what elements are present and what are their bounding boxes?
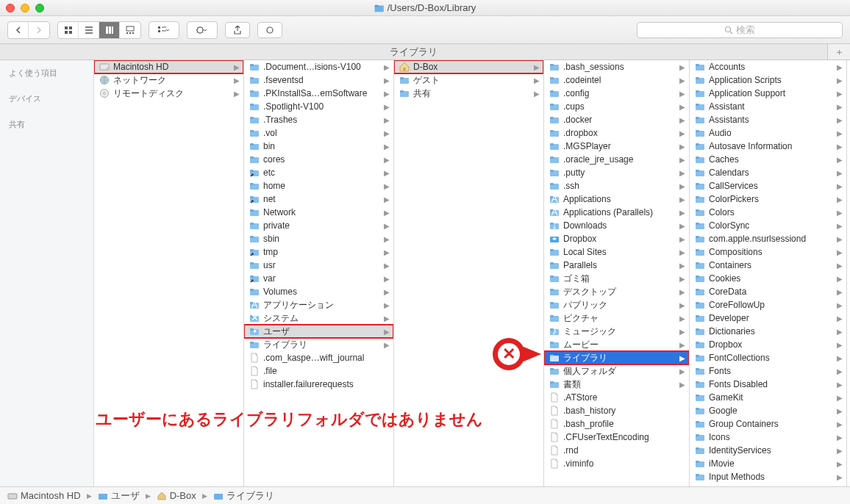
list-item[interactable]: installer.failurerequests (244, 378, 393, 391)
list-item[interactable]: CoreData▶ (690, 285, 846, 298)
list-item[interactable]: ♪ミュージック▶ (544, 325, 689, 338)
forward-button[interactable] (29, 22, 49, 38)
list-item[interactable]: cores▶ (244, 153, 393, 166)
list-item[interactable]: ゲスト▶ (394, 73, 543, 87)
list-item[interactable]: usr▶ (244, 259, 393, 272)
list-item[interactable]: ゴミ箱▶ (544, 272, 689, 285)
column-3[interactable]: .bash_sessions▶.codeintel▶.config▶.cups▶… (544, 60, 690, 486)
path-seg-0[interactable]: Macintosh HD (21, 490, 81, 501)
icon-view-button[interactable] (58, 22, 79, 38)
list-item[interactable]: Volumes▶ (244, 285, 393, 298)
path-seg-2[interactable]: D-Box (170, 490, 196, 501)
list-item[interactable]: .ATStore (544, 391, 689, 404)
list-item[interactable]: home▶ (244, 179, 393, 192)
list-item[interactable]: ピクチャ▶ (544, 312, 689, 325)
path-seg-3[interactable]: ライブラリ (226, 489, 274, 503)
list-item[interactable]: Parallels▶ (544, 259, 689, 272)
list-item[interactable]: com.apple.nsurlsessiond▶ (690, 232, 846, 245)
list-item[interactable]: Cookies▶ (690, 272, 846, 285)
list-item[interactable]: .CFUserTextEncoding (544, 431, 689, 444)
list-item[interactable]: Dropbox▶ (544, 232, 689, 245)
list-view-button[interactable] (79, 22, 99, 38)
share-button[interactable] (225, 22, 250, 38)
list-item[interactable]: .bash_profile (544, 417, 689, 431)
list-item[interactable]: .vol▶ (244, 126, 393, 140)
list-item[interactable]: Developer▶ (690, 312, 846, 325)
list-item[interactable]: ColorSync▶ (690, 219, 846, 232)
path-seg-1[interactable]: ユーザ (111, 489, 140, 503)
list-item[interactable]: .docker▶ (544, 113, 689, 126)
list-item[interactable]: D-Box▶ (394, 60, 543, 73)
zoom-window[interactable] (35, 4, 44, 12)
list-item[interactable]: .Trashes▶ (244, 113, 393, 126)
list-item[interactable]: Assistant▶ (690, 100, 846, 113)
list-item[interactable]: private▶ (244, 219, 393, 232)
list-item[interactable]: パブリック▶ (544, 298, 689, 312)
list-item[interactable]: Colors▶ (690, 206, 846, 219)
list-item[interactable]: tmp▶ (244, 245, 393, 259)
list-item[interactable]: var▶ (244, 272, 393, 285)
list-item[interactable]: iMovie▶ (690, 457, 846, 470)
list-item[interactable]: Caches▶ (690, 153, 846, 166)
list-item[interactable]: .bash_history (544, 404, 689, 417)
list-item[interactable]: Calendars▶ (690, 166, 846, 179)
list-item[interactable]: .bash_sessions▶ (544, 60, 689, 73)
list-item[interactable]: AApplications▶ (544, 192, 689, 206)
list-item[interactable]: ColorPickers▶ (690, 192, 846, 206)
list-item[interactable]: FontCollections▶ (690, 351, 846, 364)
list-item[interactable]: .Document…isions-V100▶ (244, 60, 393, 73)
list-item[interactable]: bin▶ (244, 140, 393, 153)
list-item[interactable]: Fonts▶ (690, 364, 846, 378)
list-item[interactable]: .ssh▶ (544, 179, 689, 192)
list-item[interactable]: .MGSPlayer▶ (544, 140, 689, 153)
arrange-button[interactable] (149, 22, 179, 38)
list-item[interactable]: ↓Downloads▶ (544, 219, 689, 232)
list-item[interactable]: Fonts Disabled▶ (690, 378, 846, 391)
list-item[interactable]: ムービー▶ (544, 338, 689, 351)
list-item[interactable]: Input Methods▶ (690, 470, 846, 483)
list-item[interactable]: .PKInstallSa…emSoftware▶ (244, 87, 393, 100)
list-item[interactable]: .Spotlight-V100▶ (244, 100, 393, 113)
list-item[interactable]: etc▶ (244, 166, 393, 179)
list-item[interactable]: IdentityServices▶ (690, 444, 846, 457)
tags-button[interactable] (257, 22, 282, 38)
back-button[interactable] (8, 22, 29, 38)
list-item[interactable]: ✕システム▶ (244, 312, 393, 325)
list-item[interactable]: Google▶ (690, 404, 846, 417)
list-item[interactable]: Dropbox▶ (690, 338, 846, 351)
list-item[interactable]: CoreFollowUp▶ (690, 298, 846, 312)
list-item[interactable]: Dictionaries▶ (690, 325, 846, 338)
list-item[interactable]: Icons▶ (690, 431, 846, 444)
list-item[interactable]: Local Sites▶ (544, 245, 689, 259)
list-item[interactable]: Accounts▶ (690, 60, 846, 73)
list-item[interactable]: 書類▶ (544, 378, 689, 391)
list-item[interactable]: Assistants▶ (690, 113, 846, 126)
list-item[interactable]: .viminfo (544, 457, 689, 470)
list-item[interactable]: .dropbox▶ (544, 126, 689, 140)
tab-library[interactable]: ライブラリ (0, 44, 828, 60)
list-item[interactable]: Containers▶ (690, 259, 846, 272)
list-item[interactable]: .oracle_jre_usage▶ (544, 153, 689, 166)
column-4[interactable]: Accounts▶Application Scripts▶Application… (690, 60, 847, 486)
list-item[interactable]: Macintosh HD▶ (94, 60, 243, 73)
list-item[interactable]: GameKit▶ (690, 391, 846, 404)
column-view-button[interactable] (99, 22, 120, 38)
list-item[interactable]: ネットワーク▶ (94, 73, 243, 87)
list-item[interactable]: AApplications (Parallels)▶ (544, 206, 689, 219)
list-item[interactable]: .fseventsd▶ (244, 73, 393, 87)
list-item[interactable]: ⦁ユーザ▶ (244, 325, 393, 338)
list-item[interactable]: ライブラリ▶ (244, 338, 393, 351)
action-button[interactable] (188, 22, 217, 38)
close-window[interactable] (6, 4, 15, 12)
list-item[interactable]: Group Containers▶ (690, 417, 846, 431)
list-item[interactable]: Network▶ (244, 206, 393, 219)
list-item[interactable]: Application Support▶ (690, 87, 846, 100)
new-tab-button[interactable]: ＋ (828, 44, 850, 60)
list-item[interactable]: Aアプリケーション▶ (244, 298, 393, 312)
list-item[interactable]: .rnd (544, 444, 689, 457)
list-item[interactable]: 共有▶ (394, 87, 543, 100)
minimize-window[interactable] (21, 4, 29, 12)
gallery-view-button[interactable] (120, 22, 140, 38)
list-item[interactable]: CallServices▶ (690, 179, 846, 192)
list-item[interactable]: .codeintel▶ (544, 73, 689, 87)
